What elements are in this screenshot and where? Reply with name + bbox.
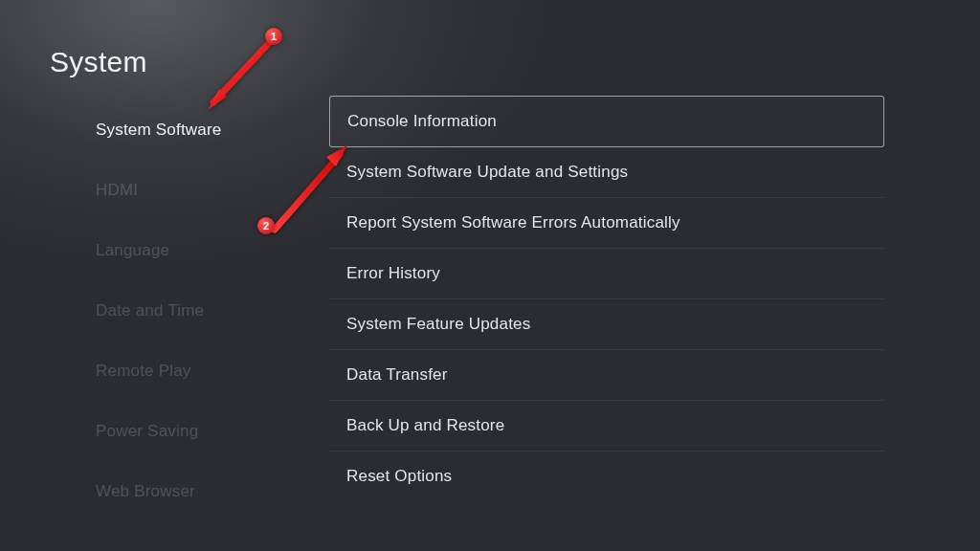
sidebar-item-web-browser[interactable]: Web Browser: [96, 469, 297, 515]
main-item-error-history[interactable]: Error History: [329, 249, 884, 299]
sidebar-item-system-software[interactable]: System Software: [96, 107, 297, 153]
main-item-reset-options[interactable]: Reset Options: [329, 452, 884, 501]
sidebar-item-remote-play[interactable]: Remote Play: [96, 348, 297, 394]
sidebar-item-hdmi[interactable]: HDMI: [96, 167, 297, 213]
page-title: System: [50, 46, 147, 78]
main-item-system-feature-updates[interactable]: System Feature Updates: [329, 299, 884, 350]
sidebar-item-language[interactable]: Language: [96, 228, 297, 274]
annotation-badge-1: 1: [265, 28, 282, 45]
main-item-report-errors[interactable]: Report System Software Errors Automatica…: [329, 198, 884, 249]
main-panel: Console Information System Software Upda…: [329, 96, 884, 501]
main-item-console-information[interactable]: Console Information: [329, 96, 884, 147]
sidebar: System Software HDMI Language Date and T…: [96, 107, 297, 529]
badge-1: 1: [265, 28, 282, 45]
main-item-system-software-update[interactable]: System Software Update and Settings: [329, 147, 884, 198]
sidebar-item-power-saving[interactable]: Power Saving: [96, 408, 297, 454]
main-item-data-transfer[interactable]: Data Transfer: [329, 350, 884, 401]
sidebar-item-date-and-time[interactable]: Date and Time: [96, 288, 297, 334]
main-item-back-up-restore[interactable]: Back Up and Restore: [329, 401, 884, 452]
